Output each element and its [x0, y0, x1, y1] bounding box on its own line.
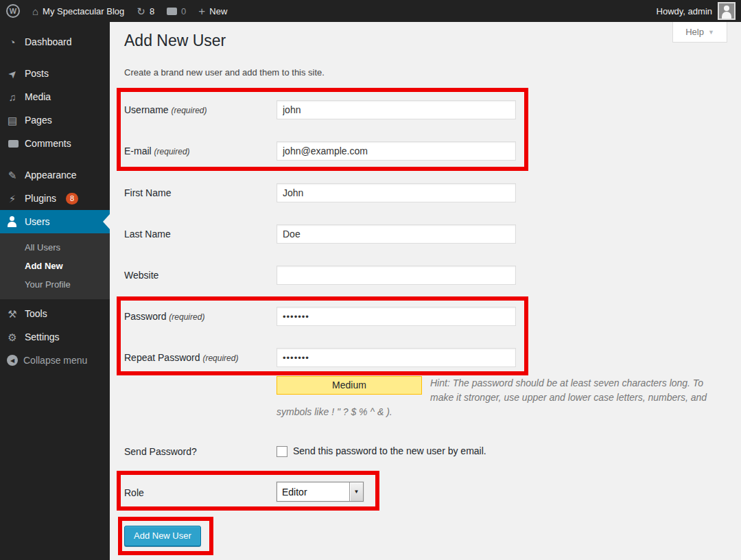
sidebar-item-pages[interactable]: ▤ Pages: [0, 108, 110, 132]
sidebar-label-pages: Pages: [25, 115, 52, 126]
sidebar-item-comments[interactable]: Comments: [0, 132, 110, 155]
sidebar-item-settings[interactable]: ⚙ Settings: [0, 325, 110, 349]
admin-sidebar: ◔ Dashboard ➤ Posts ♫ Media ▤ Pages Comm…: [0, 22, 110, 560]
pushpin-icon: ➤: [5, 69, 19, 79]
role-selected-value: Editor: [277, 487, 349, 498]
last-name-input[interactable]: [277, 224, 516, 244]
current-menu-arrow: [103, 214, 110, 229]
sidebar-label-users: Users: [25, 216, 50, 227]
username-label: Username (required): [124, 104, 272, 115]
paintbrush-icon: ✎: [5, 170, 19, 180]
select-arrow-icon: ▼: [349, 482, 363, 501]
first-name-label: First Name: [124, 187, 272, 198]
media-icon: ♫: [5, 92, 19, 102]
plugin-icon: ⚡: [5, 194, 19, 204]
home-icon: ⌂: [32, 6, 38, 16]
repeat-password-input[interactable]: [277, 348, 516, 367]
page-subtitle: Create a brand new user and add them to …: [124, 67, 325, 78]
comments-icon: [5, 139, 19, 149]
website-label: Website: [124, 270, 272, 281]
pages-icon: ▤: [5, 115, 19, 126]
collapse-arrow-icon: ◀: [7, 355, 18, 366]
sidebar-item-posts[interactable]: ➤ Posts: [0, 62, 110, 85]
plus-icon: +: [198, 5, 205, 17]
new-content-menu[interactable]: + New: [192, 0, 233, 22]
sidebar-item-appearance[interactable]: ✎ Appearance: [0, 163, 110, 187]
email-label: E-mail (required): [124, 145, 272, 156]
help-label: Help: [685, 27, 704, 37]
send-password-text: Send this password to the new user by em…: [293, 445, 486, 456]
sidebar-item-media[interactable]: ♫ Media: [0, 85, 110, 108]
sidebar-item-tools[interactable]: ⚒ Tools: [0, 302, 110, 325]
users-submenu: All Users Add New Your Profile: [0, 233, 110, 299]
comments-count: 0: [181, 6, 186, 16]
plugins-update-badge: 8: [66, 193, 78, 205]
gear-icon: ⚙: [5, 332, 19, 342]
new-label: New: [209, 6, 227, 16]
sidebar-item-dashboard[interactable]: ◔ Dashboard: [0, 30, 110, 54]
dashboard-icon: ◔: [5, 37, 19, 47]
wrench-icon: ⚒: [5, 309, 19, 319]
collapse-menu-button[interactable]: ◀ Collapse menu: [0, 349, 110, 372]
last-name-label: Last Name: [124, 229, 272, 240]
site-name-link[interactable]: ⌂ My Spectacular Blog: [26, 0, 130, 22]
sidebar-item-your-profile[interactable]: Your Profile: [0, 275, 110, 294]
password-input[interactable]: [277, 307, 516, 326]
help-button[interactable]: Help ▼: [672, 22, 727, 43]
admin-bar: W ⌂ My Spectacular Blog ↻ 8 0 + New Howd…: [0, 0, 741, 22]
comments-link[interactable]: 0: [161, 0, 192, 22]
chevron-down-icon: ▼: [708, 29, 714, 36]
password-hint-block: Medium Hint: The password should be at l…: [277, 376, 707, 419]
sidebar-label-appearance: Appearance: [25, 170, 77, 180]
repeat-password-label: Repeat Password (required): [124, 352, 272, 363]
comment-bubble-icon: [167, 8, 177, 15]
username-input[interactable]: [277, 100, 516, 119]
sidebar-item-add-new[interactable]: Add New: [0, 257, 110, 275]
wordpress-logo-menu[interactable]: W: [0, 0, 26, 22]
role-label: Role: [124, 487, 272, 498]
sidebar-item-all-users[interactable]: All Users: [0, 238, 110, 257]
sidebar-label-tools: Tools: [25, 308, 47, 319]
password-strength-meter: Medium: [277, 376, 422, 395]
first-name-input[interactable]: [277, 183, 516, 202]
website-input[interactable]: [277, 266, 516, 285]
users-icon: [5, 216, 19, 227]
sidebar-label-comments: Comments: [25, 138, 71, 149]
updates-count: 8: [150, 6, 154, 16]
sidebar-item-users[interactable]: Users: [0, 210, 110, 233]
password-label: Password (required): [124, 311, 272, 322]
avatar[interactable]: [718, 2, 736, 20]
wordpress-logo-icon: W: [6, 4, 20, 18]
page-title: Add New User: [124, 32, 226, 50]
sidebar-label-media: Media: [25, 91, 51, 102]
site-name-label: My Spectacular Blog: [43, 6, 124, 16]
sidebar-item-plugins[interactable]: ⚡ Plugins 8: [0, 187, 110, 210]
add-new-user-button[interactable]: Add New User: [124, 526, 201, 546]
email-input[interactable]: [277, 141, 516, 161]
sidebar-label-dashboard: Dashboard: [25, 36, 72, 47]
updates-link[interactable]: ↻ 8: [130, 0, 161, 22]
send-password-checkbox[interactable]: [277, 446, 287, 457]
role-select[interactable]: Editor ▼: [277, 482, 364, 502]
sidebar-label-settings: Settings: [25, 331, 60, 342]
sidebar-label-plugins: Plugins: [25, 193, 56, 204]
collapse-menu-label: Collapse menu: [23, 355, 87, 366]
howdy-account-link[interactable]: Howdy, admin: [657, 6, 712, 16]
updates-icon: ↻: [137, 6, 145, 16]
send-password-label: Send Password?: [124, 446, 272, 457]
sidebar-label-posts: Posts: [25, 68, 49, 79]
